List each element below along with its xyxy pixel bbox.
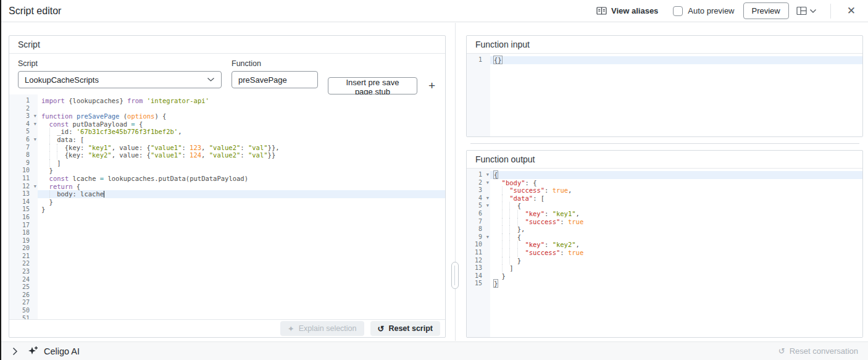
explain-selection-label: Explain selection [299,324,357,333]
function-input-label: Function [232,59,318,68]
auto-preview-checkbox[interactable] [673,6,683,16]
script-editor-gutter: 123▼4▼56▼789101112▼131415161718192021222… [9,94,38,319]
function-input-panel: Function input 1 {} [466,35,863,137]
script-select-label: Script [18,59,222,68]
ai-sparkle-icon [28,346,38,356]
function-output-title: Function output [467,151,862,169]
header-divider [830,4,831,19]
reset-conversation-button: ↺ Reset conversation [778,346,858,356]
function-input-gutter: 1 [467,54,490,136]
function-input-title: Function input [467,36,862,54]
function-output-code[interactable]: {"body": {"success": true,"data": [{"key… [490,169,862,337]
function-output-editor[interactable]: 1▼2▼34▼5▼6789▼101112131415 {"body": {"su… [467,169,862,337]
chevron-down-icon [207,77,215,82]
ai-sparkle-icon: ✦ [288,325,294,333]
script-panel-footer: ✦ Explain selection ↺ Reset script [9,319,445,337]
drawer-left-edge [0,0,1,360]
panel-splitter-handle[interactable] [451,262,459,289]
script-form-row: Script LookupCacheScripts Function preSa… [9,54,445,94]
function-name-field[interactable]: preSavePage [232,71,318,88]
celigo-ai-label: Celigo AI [44,346,80,356]
reset-conversation-label: Reset conversation [790,346,858,356]
reset-script-button[interactable]: ↺ Reset script [370,321,440,336]
celigo-ai-toggle[interactable]: Celigo AI [28,346,80,356]
script-editor-code[interactable]: import {lookupcaches} from 'integrator-a… [38,94,445,319]
script-panel-title: Script [9,36,445,54]
add-script-button[interactable]: + [427,77,436,94]
page-title: Script editor [9,6,61,17]
script-panel: Script Script LookupCacheScripts Functio… [9,35,446,338]
script-select[interactable]: LookupCacheScripts [18,71,222,88]
function-output-gutter: 1▼2▼34▼5▼6789▼101112131415 [467,169,490,337]
header: Script editor View aliases Auto preview … [0,0,868,22]
chevron-right-icon[interactable] [12,347,18,356]
script-select-value: LookupCacheScripts [25,75,99,85]
function-output-panel: Function output 1▼2▼34▼5▼6789▼1011121314… [466,150,863,338]
layout-columns-icon [796,6,807,15]
auto-preview-label: Auto preview [688,6,734,15]
explain-selection-button: ✦ Explain selection [280,321,364,336]
function-input-editor[interactable]: 1 {} [467,54,862,136]
preview-button[interactable]: Preview [743,2,789,19]
right-column-divider[interactable] [470,143,859,144]
insert-stub-button[interactable]: Insert pre save page stub [328,77,417,94]
view-aliases-label: View aliases [611,6,658,15]
celigo-ai-bar: Celigo AI ↺ Reset conversation [0,341,868,360]
close-icon[interactable]: ✕ [843,6,859,16]
function-input-code[interactable]: {} [490,54,862,136]
layout-selector-button[interactable] [795,5,818,17]
panel-splitter-line [455,23,456,341]
script-code-editor[interactable]: 123▼4▼56▼789101112▼131415161718192021222… [9,94,445,319]
reset-icon: ↺ [778,347,785,355]
reset-script-label: Reset script [388,324,433,333]
aliases-book-icon [596,6,607,15]
view-aliases-button[interactable]: View aliases [596,6,658,15]
reset-icon: ↺ [378,325,385,333]
auto-preview-toggle[interactable]: Auto preview [673,6,734,16]
chevron-down-icon [809,9,817,14]
